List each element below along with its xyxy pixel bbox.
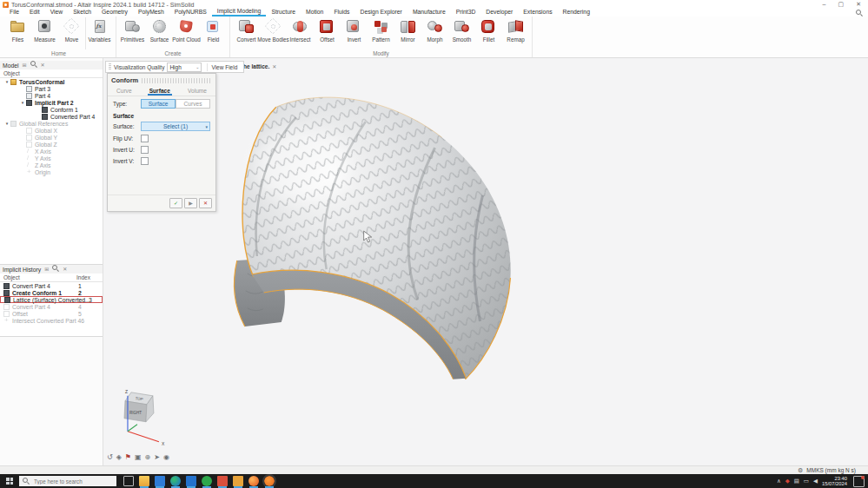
tree-item-global-x[interactable]: Global X: [0, 127, 103, 134]
menu-item-sketch[interactable]: Sketch: [68, 9, 96, 16]
history-item-convert-part-4[interactable]: Convert Part 4 1: [0, 282, 103, 289]
tab-curve[interactable]: Curve: [115, 87, 134, 96]
taskbar-app-remote-desktop[interactable]: [217, 476, 228, 486]
expand-arrow-icon[interactable]: ▾: [19, 100, 26, 105]
units-gear-icon[interactable]: ⚙: [798, 467, 803, 474]
menu-item-rendering[interactable]: Rendering: [558, 9, 595, 16]
ribbon-button-offset[interactable]: Offset: [314, 17, 341, 49]
look-at[interactable]: ◈: [116, 453, 122, 462]
units-label[interactable]: MMKS (mm kg N s): [806, 467, 856, 473]
tray-volume-tray[interactable]: ◀: [813, 474, 818, 488]
tray-folder-tray[interactable]: ▤: [794, 474, 799, 488]
ribbon-button-point-cloud[interactable]: Point Cloud: [173, 17, 200, 49]
turntable[interactable]: ➤: [154, 453, 160, 462]
taskbar-app-file-explorer[interactable]: [139, 476, 149, 486]
globe-view[interactable]: ◉: [163, 453, 169, 462]
ribbon-button-invert[interactable]: Invert: [341, 17, 368, 49]
ribbon-button-smooth[interactable]: Smooth: [448, 17, 475, 49]
menu-item-developer[interactable]: Developer: [480, 9, 518, 16]
cancel-button[interactable]: ✕: [199, 198, 212, 208]
ribbon-button-morph[interactable]: Morph: [421, 17, 448, 49]
start-button[interactable]: [0, 474, 19, 488]
taskbar-search[interactable]: [19, 476, 116, 486]
tray-display-tray[interactable]: ▭: [804, 474, 809, 488]
confirm-button[interactable]: ✓: [169, 198, 182, 208]
torus-model[interactable]: [242, 97, 511, 379]
tab-volume[interactable]: Volume: [186, 87, 209, 96]
ribbon-button-measure[interactable]: Measure: [31, 17, 58, 49]
snap-flag[interactable]: ⚑: [125, 453, 131, 462]
menu-item-polynurbs[interactable]: PolyNURBS: [169, 9, 212, 16]
toolbar-drag-handle[interactable]: [109, 63, 111, 70]
ribbon-button-move-bodies[interactable]: Move Bodies: [260, 17, 287, 49]
menu-item-print3d[interactable]: Print3D: [451, 9, 481, 16]
panel-close-icon[interactable]: ✕: [41, 62, 45, 69]
tree-item-z-axis[interactable]: Z Axis: [0, 162, 103, 168]
ribbon-button-move[interactable]: Move: [58, 17, 85, 49]
tree-item-x-axis[interactable]: X Axis: [0, 148, 103, 155]
history-item-intersect-converted-part-4[interactable]: Intersect Converted Part 4 6: [0, 317, 103, 324]
visualization-quality-select[interactable]: High ⌄: [167, 63, 202, 72]
ribbon-button-remap[interactable]: Remap: [502, 17, 529, 49]
checkbox-invert-u[interactable]: [141, 146, 149, 154]
history-item-offset[interactable]: Offset 5: [0, 310, 103, 317]
tray-show-hidden[interactable]: ∧: [777, 474, 781, 488]
view-field-button[interactable]: View Field: [207, 63, 241, 71]
ribbon-button-surface[interactable]: Surface: [146, 17, 173, 49]
menu-item-view[interactable]: View: [45, 9, 69, 16]
tab-surface[interactable]: Surface: [148, 87, 172, 96]
hint-close-icon[interactable]: ✕: [272, 63, 276, 69]
tree-item-part-4[interactable]: Part 4: [0, 92, 103, 99]
taskbar-app-firefox[interactable]: [248, 476, 259, 486]
tree-item-y-axis[interactable]: Y Axis: [0, 155, 103, 162]
notification-center-icon[interactable]: [853, 476, 865, 487]
tree-item-converted-part-4[interactable]: Converted Part 4: [0, 113, 103, 120]
panel-dock-icon[interactable]: ⊞: [44, 266, 49, 273]
search-input[interactable]: [32, 478, 105, 485]
menu-item-extensions[interactable]: Extensions: [518, 9, 557, 16]
taskbar-app-teamviewer[interactable]: [186, 476, 196, 486]
close-button[interactable]: ✕: [856, 0, 861, 9]
type-option-curves[interactable]: Curves: [176, 99, 210, 109]
menu-item-structure[interactable]: Structure: [266, 9, 301, 16]
menu-item-polymesh[interactable]: PolyMesh: [133, 9, 169, 16]
ribbon-button-primitives[interactable]: Primitives: [119, 17, 146, 49]
checkbox-invert-v[interactable]: [141, 157, 149, 165]
menu-item-fluids[interactable]: Fluids: [328, 9, 354, 16]
dialog-drag-handle[interactable]: [142, 78, 212, 83]
taskbar-app-app-green[interactable]: [202, 476, 212, 486]
menu-item-file[interactable]: File: [4, 9, 24, 16]
taskbar-app-app-yellow[interactable]: [233, 476, 243, 486]
taskbar-app-edge[interactable]: [170, 476, 181, 486]
tree-item-global-references[interactable]: ▾ Global References: [0, 120, 103, 127]
taskbar-clock[interactable]: 23:40 15/07/2024: [822, 476, 847, 487]
taskbar-app-task-view[interactable]: [123, 476, 134, 486]
tree-item-torusconformal[interactable]: ▾ TorusConformal: [0, 78, 103, 85]
checkbox-flip-uv[interactable]: [141, 135, 149, 142]
orbit[interactable]: ↺: [107, 453, 113, 462]
tree-item-origin[interactable]: Origin: [0, 168, 103, 175]
menu-item-motion[interactable]: Motion: [301, 9, 328, 16]
panel-search-icon[interactable]: [52, 265, 59, 274]
type-option-surface[interactable]: Surface: [141, 99, 176, 109]
tree-item-global-y[interactable]: Global Y: [0, 134, 103, 141]
taskbar-app-outlook[interactable]: [155, 476, 165, 486]
menu-more-icon[interactable]: +: [410, 10, 421, 16]
tree-item-implicit-part-2[interactable]: ▾ Implicit Part 2: [0, 99, 103, 106]
ribbon-button-convert[interactable]: Convert: [233, 17, 260, 49]
ribbon-button-field[interactable]: Field: [200, 17, 227, 49]
panel-close-icon[interactable]: ✕: [63, 266, 67, 273]
ribbon-button-files[interactable]: Files: [4, 17, 31, 49]
panel-dock-icon[interactable]: ⊞: [23, 62, 27, 69]
ribbon-button-pattern[interactable]: Pattern: [368, 17, 394, 49]
menu-item-edit[interactable]: Edit: [24, 9, 45, 16]
menu-item-geometry[interactable]: Geometry: [96, 9, 133, 16]
scene-canvas[interactable]: TOP RIGHT Z X: [103, 58, 868, 465]
ribbon-button-fillet[interactable]: Fillet: [475, 17, 502, 49]
menu-item-implicit-modeling[interactable]: Implicit Modeling: [212, 8, 267, 16]
menu-search-icon[interactable]: [856, 10, 863, 16]
apply-button[interactable]: ▶: [184, 198, 197, 208]
tree-item-global-z[interactable]: Global Z: [0, 141, 103, 148]
history-item-create-conform-1[interactable]: Create Conform 1 2: [0, 289, 103, 296]
view-cube[interactable]: TOP RIGHT: [124, 392, 154, 422]
